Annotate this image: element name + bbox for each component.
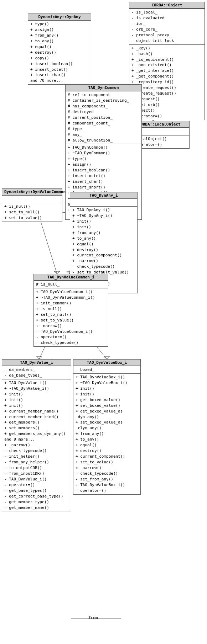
tao-dynvalue-i-methods: + TAO_DynValue_i() + ~TAO_DynValue_i() +… <box>2 379 71 511</box>
dynany-methods: + type() + assign() + from_any() + to_an… <box>28 20 91 84</box>
tao-dynany-i-empty <box>70 199 137 206</box>
dyn-valuecommon-box: DynamicAny::DynValueCommon + is_null() +… <box>2 188 62 222</box>
tao-dynvaluebox-i-title: TAO_DynValueBox_i <box>73 360 140 366</box>
tao-dynvaluecommon-i-methods: + TAO_DynValueCommon_i() + ~TAO_DynValue… <box>34 288 108 346</box>
corba-object-title: CORBA::Object <box>129 2 205 9</box>
svg-marker-15 <box>54 271 60 274</box>
tao-dynvaluebox-i-fields: - boxed_ <box>73 366 140 373</box>
dynany-box: DynamicAny::DynAny + type() + assign() +… <box>28 14 91 85</box>
svg-marker-21 <box>104 357 110 359</box>
svg-marker-19 <box>36 357 42 359</box>
dyn-valuecommon-methods: + is_null() + set_to_null() + set_to_val… <box>2 203 62 222</box>
dynany-title: DynamicAny::DynAny <box>28 14 91 20</box>
tao-dynany-i-title: TAO_DynAny_i <box>70 192 137 199</box>
tao-dynvalue-i-title: TAO_DynValue_i <box>2 360 71 366</box>
tao-dyncommon-fields: # ref_to_component_ # container_is_destr… <box>66 91 141 144</box>
dyn-valuecommon-title: DynamicAny::DynValueCommon <box>2 189 62 195</box>
tao-dyncommon-title: TAO_DynCommon <box>66 85 141 91</box>
tao-dynvaluecommon-i-box: TAO_DynValueCommon_i # is_null_ + TAO_Dy… <box>33 274 108 347</box>
tao-dynvalue-i-box: TAO_DynValue_i - da_members_ - da_base_t… <box>2 359 71 511</box>
tao-dynvaluebox-i-box: TAO_DynValueBox_i - boxed_ + TAO_DynValu… <box>73 359 141 495</box>
dyn-valuecommon-empty <box>2 195 62 203</box>
tao-dynvaluecommon-i-fields: # is_null_ <box>34 281 108 288</box>
tao-dynvaluebox-i-methods: + TAO_DynValueBox_i() + ~TAO_DynValueBox… <box>73 373 140 494</box>
from-label: from <box>88 616 98 620</box>
corba-object-fields: - is_local_ - is_evaluated_ - ior_ - orb… <box>129 9 205 44</box>
tao-dynvalue-i-fields: - da_members_ - da_base_types_ <box>2 366 71 379</box>
tao-dynvaluecommon-i-title: TAO_DynValueCommon_i <box>34 274 108 281</box>
